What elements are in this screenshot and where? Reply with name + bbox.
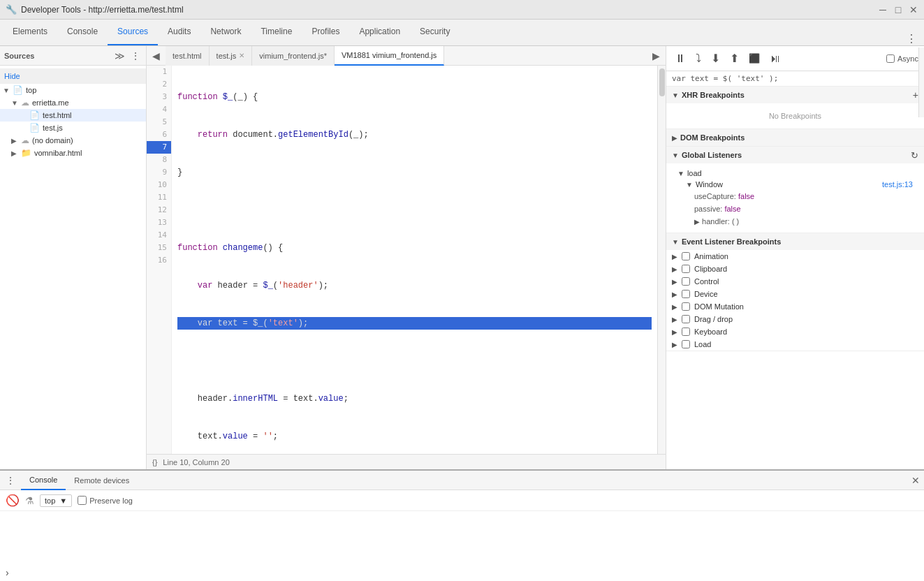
sources-menu-button[interactable]: ⋮	[129, 49, 142, 63]
tab-network[interactable]: Network	[200, 19, 251, 45]
title-bar: 🔧 Developer Tools - http://errietta.me/t…	[0, 0, 924, 20]
scrollbar-thumb[interactable]	[659, 68, 665, 96]
checkbox-device[interactable]	[682, 290, 690, 298]
no-breakpoints-text: No Breakpoints	[672, 106, 918, 126]
event-item-device[interactable]: ▶ Device	[666, 288, 924, 300]
event-item-dom-mutation[interactable]: ▶ DOM Mutation	[666, 300, 924, 313]
tab-elements[interactable]: Elements	[3, 19, 57, 45]
preserve-log-label: Preserve log	[89, 497, 133, 505]
maximize-button[interactable]: □	[893, 5, 903, 15]
context-dropdown[interactable]: top ▼	[40, 494, 72, 507]
step-over-button[interactable]: ⤵	[693, 51, 704, 66]
tab-security[interactable]: Security	[410, 19, 460, 45]
line-12: 12	[147, 204, 171, 216]
console-tab-console[interactable]: Console	[21, 471, 66, 490]
tree-item-top[interactable]: ▼ 📄 top	[0, 84, 146, 96]
minimize-button[interactable]: ─	[878, 5, 888, 15]
preserve-log-checkbox[interactable]	[78, 496, 87, 505]
tree-item-vomnibar[interactable]: ▶ 📁 vomnibar.html	[0, 147, 146, 159]
pause-button[interactable]: ⏸	[672, 51, 689, 66]
sources-more-button[interactable]: ≫	[113, 49, 126, 63]
tab-console[interactable]: Console	[57, 19, 108, 45]
checkbox-dom-mutation[interactable]	[682, 302, 690, 311]
tree-item-test-js[interactable]: ▶ 📄 test.js	[0, 122, 146, 134]
listener-load-label: load	[687, 169, 702, 177]
code-scrollbar[interactable]	[657, 66, 666, 454]
tree-label-test-js: test.js	[43, 124, 63, 132]
tab-test-js[interactable]: test.js ✕	[210, 46, 253, 66]
line-14: 14	[147, 229, 171, 242]
sources-panel-title: Sources	[4, 52, 113, 60]
domain-icon-no-domain: ☁	[21, 135, 29, 145]
tree-item-no-domain[interactable]: ▶ ☁ (no domain)	[0, 134, 146, 147]
more-tabs-button[interactable]: ⋮	[899, 32, 924, 45]
close-button[interactable]: ✕	[909, 5, 918, 15]
console-tab-remote[interactable]: Remote devices	[66, 471, 138, 490]
step-out-button[interactable]: ⬆	[727, 50, 742, 66]
code-content[interactable]: function $_(_) { return document.getElem…	[172, 66, 657, 454]
listener-props: useCapture: false passive: false ▶ handl…	[672, 190, 918, 228]
event-listener-breakpoints-header[interactable]: ▼ Event Listener Breakpoints	[666, 233, 924, 250]
hide-button[interactable]: Hide	[4, 72, 20, 80]
tree-label-errietta: errietta.me	[32, 98, 69, 107]
console-body[interactable]	[0, 511, 924, 564]
xhr-breakpoints-header[interactable]: ▼ XHR Breakpoints +	[666, 87, 924, 103]
right-panel-scrollbar[interactable]	[918, 47, 924, 117]
editor-panel: ◀ test.html test.js ✕ vimium_frontend.js…	[147, 46, 666, 469]
tab-audits[interactable]: Audits	[158, 19, 200, 45]
tab-application[interactable]: Application	[349, 19, 410, 45]
tree-item-errietta[interactable]: ▼ ☁ errietta.me	[0, 96, 146, 109]
page-icon: 📄	[13, 85, 23, 95]
run-code-button[interactable]: ▶	[651, 49, 661, 63]
checkbox-control[interactable]	[682, 277, 690, 286]
dom-breakpoints-header[interactable]: ▶ DOM Breakpoints	[666, 129, 924, 146]
refresh-button[interactable]: ↻	[911, 150, 918, 161]
close-console-button[interactable]: ✕	[911, 475, 920, 486]
listener-load-arrow[interactable]: ▼	[677, 170, 684, 177]
tab-test-js-close[interactable]: ✕	[239, 52, 244, 59]
handler-arrow[interactable]: ▶	[694, 218, 700, 226]
event-item-load[interactable]: ▶ Load	[666, 338, 924, 351]
clear-console-button[interactable]: 🚫	[6, 494, 20, 507]
event-item-keyboard[interactable]: ▶ Keyboard	[666, 325, 924, 338]
pause-exception-button[interactable]: ⏯	[767, 51, 784, 66]
tree-label-vomnibar: vomnibar.html	[34, 149, 82, 157]
tab-vm1881[interactable]: VM1881 vimium_frontend.js	[335, 46, 444, 66]
deactivate-button[interactable]: ⬛	[746, 52, 763, 65]
event-item-animation[interactable]: ▶ Animation	[666, 250, 924, 263]
code-line-8	[177, 355, 652, 367]
tab-sources[interactable]: Sources	[108, 19, 158, 45]
expand-arrow-keyboard: ▶	[672, 328, 677, 336]
nav-bar: Elements Console Sources Audits Network …	[0, 20, 924, 46]
format-icon[interactable]: {}	[152, 458, 157, 466]
tab-vimium-frontend[interactable]: vimium_frontend.js*	[252, 46, 335, 66]
code-line-1: function $_(_) {	[177, 91, 652, 103]
global-listeners-header[interactable]: ▼ Global Listeners ↻	[666, 147, 924, 163]
checkbox-keyboard[interactable]	[682, 328, 690, 336]
tab-test-html[interactable]: test.html	[166, 46, 210, 66]
event-listener-breakpoints-title: Event Listener Breakpoints	[682, 237, 918, 246]
step-into-button[interactable]: ⬇	[708, 50, 723, 66]
toggle-sidebar-button[interactable]: ◀	[147, 50, 166, 61]
event-item-clipboard[interactable]: ▶ Clipboard	[666, 263, 924, 275]
listener-link[interactable]: test.js:13	[882, 180, 913, 189]
checkbox-clipboard[interactable]	[682, 265, 690, 273]
xhr-add-button[interactable]: +	[913, 89, 918, 101]
checkbox-load[interactable]	[682, 340, 690, 348]
expand-arrow-load: ▶	[672, 341, 677, 348]
event-label-drag-drop: Drag / drop	[694, 315, 733, 323]
console-menu-button[interactable]: ⋮	[0, 475, 21, 486]
tab-profiles[interactable]: Profiles	[302, 19, 349, 45]
async-checkbox[interactable]	[886, 54, 895, 63]
sources-header-icons: ≫ ⋮	[113, 49, 142, 63]
event-item-control[interactable]: ▶ Control	[666, 275, 924, 288]
tab-timeline[interactable]: Timeline	[251, 19, 302, 45]
listener-window-arrow[interactable]: ▼	[686, 181, 693, 189]
event-item-drag-drop[interactable]: ▶ Drag / drop	[666, 313, 924, 325]
checkbox-animation[interactable]	[682, 252, 690, 260]
checkbox-drag-drop[interactable]	[682, 315, 690, 323]
preserve-log-control: Preserve log	[78, 496, 133, 505]
tree-item-test-html[interactable]: ▶ 📄 test.html	[0, 109, 146, 122]
console-input[interactable]	[12, 568, 918, 578]
line-13: 13	[147, 216, 171, 229]
